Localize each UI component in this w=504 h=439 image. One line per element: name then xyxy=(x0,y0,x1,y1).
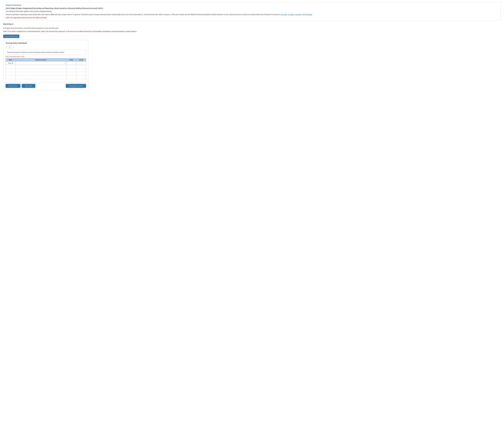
date-cell-2 xyxy=(6,65,15,68)
debit-input-3[interactable] xyxy=(66,68,76,72)
credit-cell-5 xyxy=(76,75,86,79)
record-entry-button[interactable]: Record entry xyxy=(6,84,20,88)
view-transaction-list-button[interactable]: View transaction list xyxy=(3,35,19,38)
note-red-info: NOte: Use appropriate factor(s) from the… xyxy=(6,17,498,19)
prev-page-button[interactable]: ‹ xyxy=(6,46,8,48)
journal-cell-2 xyxy=(15,65,66,68)
button-row: Record entry Clear entry View general Jo… xyxy=(6,84,86,88)
credit-input-3[interactable] xyxy=(76,68,86,72)
debit-cell-6 xyxy=(66,79,76,82)
table-row xyxy=(6,79,86,82)
question-body: Prepare the journal entry to record the … xyxy=(5,27,59,29)
credit-cell-1 xyxy=(76,61,86,65)
debit-cell-4 xyxy=(66,72,76,75)
pva-link[interactable]: PVA of $1 xyxy=(305,14,312,15)
debit-input-1[interactable] xyxy=(66,61,76,65)
worksheet-description: Record the payment of interest on June 3… xyxy=(6,50,86,55)
italic-note: [The following information applies to th… xyxy=(6,11,498,12)
journal-input-4[interactable] xyxy=(15,72,66,75)
fv-link[interactable]: FV of $1 xyxy=(281,14,287,15)
date-cell-5 xyxy=(6,75,15,79)
table-row xyxy=(6,65,86,68)
dropdown-arrow-1[interactable]: ▼ xyxy=(64,62,66,64)
journal-input-6[interactable] xyxy=(15,79,66,82)
problem-title: E10-9 (Algo) (Chapter Supplement) Record… xyxy=(6,7,498,9)
view-general-journal-button[interactable]: View general Journal xyxy=(66,84,86,88)
table-row xyxy=(6,68,86,72)
credit-input-6[interactable] xyxy=(76,79,86,82)
journal-input-3[interactable] xyxy=(15,68,66,72)
debit-input-5[interactable] xyxy=(66,75,76,79)
journal-cell-6 xyxy=(15,79,66,82)
journal-entry-worksheet: Journal entry worksheet ‹ 1 › Record the… xyxy=(3,40,88,90)
journal-table: Date General Journal Debit Credit June 3… xyxy=(6,58,86,82)
journal-input-2[interactable] xyxy=(15,65,66,68)
table-row: June 30 ▼ xyxy=(6,61,86,65)
question-text: 2. Prepare the journal entry to record t… xyxy=(3,27,501,29)
debit-cell-5 xyxy=(66,75,76,79)
credit-cell-6 xyxy=(76,79,86,82)
journal-input-1[interactable] xyxy=(15,61,64,65)
clear-entry-button[interactable]: Clear entry xyxy=(22,84,35,88)
debit-cell-2 xyxy=(66,65,76,68)
part-title: E10-9 Part 2 xyxy=(3,23,501,25)
journal-input-5[interactable] xyxy=(15,75,66,79)
journal-cell-3 xyxy=(15,68,66,72)
required-info-title: Required information xyxy=(6,4,498,6)
table-row xyxy=(6,75,86,79)
journal-cell-1: ▼ xyxy=(15,61,66,65)
date-cell-6 xyxy=(6,79,15,82)
enter-note: Note: Enter debits before credits. xyxy=(6,56,86,57)
credit-cell-4 xyxy=(76,72,86,75)
debit-input-6[interactable] xyxy=(66,79,76,82)
fva-link[interactable]: FVA of $1 xyxy=(295,14,301,15)
worksheet-title: Journal entry worksheet xyxy=(6,42,86,44)
col-header-credit: Credit xyxy=(76,58,86,61)
pv-link[interactable]: PV of $1 xyxy=(288,14,294,15)
credit-cell-2 xyxy=(76,65,86,68)
debit-cell-1 xyxy=(66,61,76,65)
page-number: 1 xyxy=(8,46,12,48)
credit-input-4[interactable] xyxy=(76,72,86,75)
question-number: 2. xyxy=(3,27,5,29)
date-cell-4 xyxy=(6,72,15,75)
nav-row: ‹ 1 › xyxy=(6,46,86,48)
date-cell-1: June 30 xyxy=(6,61,15,65)
col-header-date: Date xyxy=(6,58,15,61)
table-row xyxy=(6,72,86,75)
credit-input-5[interactable] xyxy=(76,75,86,79)
date-cell-3 xyxy=(6,68,15,72)
col-header-general-journal: General Journal xyxy=(15,58,66,61)
description-text: Denzel Corporation is planning to issue … xyxy=(6,13,498,16)
debit-input-2[interactable] xyxy=(66,65,76,68)
credit-cell-3 xyxy=(76,68,86,72)
credit-input-2[interactable] xyxy=(76,65,86,68)
journal-cell-5 xyxy=(15,75,66,79)
credit-input-1[interactable] xyxy=(76,61,86,65)
debit-input-4[interactable] xyxy=(66,72,76,75)
next-page-button[interactable]: › xyxy=(12,46,14,48)
debit-cell-3 xyxy=(66,68,76,72)
col-header-debit: Debit xyxy=(66,58,76,61)
required-info-box: Required information E10-9 (Algo) (Chapt… xyxy=(3,2,501,21)
note-red-block: Note: If no entry is required for a tran… xyxy=(3,30,501,33)
journal-cell-4 xyxy=(15,72,66,75)
